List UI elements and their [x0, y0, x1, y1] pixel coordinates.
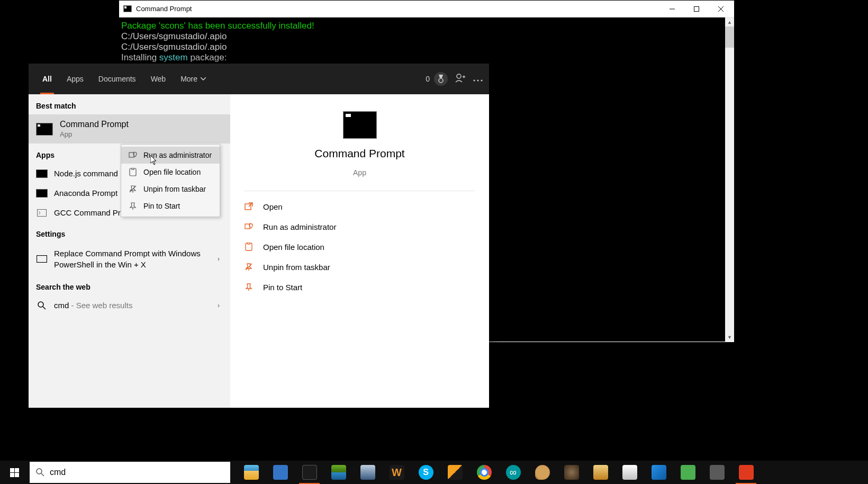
- file-explorer-icon: [244, 465, 259, 480]
- tab-web[interactable]: Web: [143, 64, 174, 94]
- folder-icon: [244, 242, 254, 252]
- close-button[interactable]: [709, 1, 733, 17]
- taskbar-chrome[interactable]: [469, 461, 499, 484]
- svg-rect-13: [245, 204, 251, 210]
- action-open[interactable]: Open: [230, 196, 489, 217]
- svg-point-11: [38, 302, 43, 307]
- action-run-admin[interactable]: Run as administrator: [230, 217, 489, 237]
- cmd-titlebar[interactable]: Command Prompt: [119, 1, 734, 17]
- taskbar-winamp[interactable]: [440, 461, 469, 484]
- svg-rect-17: [248, 243, 250, 244]
- cmd-app-icon: [123, 5, 132, 12]
- search-results-list: Best match Command Prompt App Apps Node.…: [29, 94, 230, 408]
- tab-all[interactable]: All: [35, 64, 59, 94]
- terminal-line: C:/Users/sgmustadio/.apio: [121, 31, 227, 41]
- winamp-icon: [448, 465, 463, 480]
- action-pin-start[interactable]: Pin to Start: [230, 277, 489, 297]
- paint-icon: [535, 465, 550, 480]
- taskbar-gimp[interactable]: [557, 461, 586, 484]
- chrome-icon: [477, 465, 492, 480]
- sublime-icon: [593, 465, 608, 480]
- svg-point-8: [481, 80, 483, 82]
- unpin-icon: [129, 185, 137, 193]
- putty-icon: [360, 465, 375, 480]
- terminal-icon: [36, 255, 48, 263]
- start-button[interactable]: [0, 461, 29, 484]
- svg-point-5: [457, 74, 461, 78]
- ctx-pin-start[interactable]: Pin to Start: [121, 198, 220, 214]
- web-result[interactable]: cmd - See web results ›: [29, 295, 230, 315]
- ctx-run-admin[interactable]: Run as administrator: [121, 147, 220, 164]
- setting-result-replace[interactable]: Replace Command Prompt with Windows Powe…: [29, 243, 230, 275]
- taskbar-skype[interactable]: S: [411, 461, 440, 484]
- scroll-thumb[interactable]: [725, 26, 734, 48]
- more-options-icon[interactable]: [473, 74, 483, 84]
- taskbar-cmd[interactable]: [295, 461, 324, 484]
- tab-apps[interactable]: Apps: [59, 64, 91, 94]
- taskbar-calculator[interactable]: [266, 461, 295, 484]
- search-input[interactable]: [50, 468, 224, 477]
- app-grey-icon: [710, 465, 725, 480]
- taskbar-notepad[interactable]: [615, 461, 644, 484]
- best-match-item[interactable]: Command Prompt App: [29, 114, 230, 144]
- best-match-title: Command Prompt: [60, 120, 129, 129]
- tab-more[interactable]: More: [173, 64, 213, 94]
- ctx-unpin-taskbar[interactable]: Unpin from taskbar: [121, 181, 220, 198]
- pin-icon: [129, 202, 137, 210]
- settings-header: Settings: [29, 222, 230, 243]
- folder-icon: [129, 168, 137, 176]
- best-match-subtitle: App: [60, 130, 129, 138]
- detail-title: Command Prompt: [314, 147, 404, 160]
- taskbar-paint[interactable]: [528, 461, 557, 484]
- svg-line-12: [43, 307, 46, 309]
- open-icon: [244, 202, 254, 211]
- taskbar-putty[interactable]: [353, 461, 382, 484]
- console-icon: [36, 189, 48, 198]
- taskbar-recorder[interactable]: [731, 461, 761, 484]
- tab-documents[interactable]: Documents: [91, 64, 143, 94]
- cmd-app-icon: [36, 123, 53, 136]
- console-icon: [36, 209, 48, 217]
- separator: [244, 191, 475, 191]
- taskbar-search-box[interactable]: [30, 462, 230, 483]
- shield-icon: [129, 151, 137, 159]
- cmd-app-icon-large: [343, 111, 377, 139]
- cmd-window-title: Command Prompt: [136, 5, 660, 13]
- shield-icon: [244, 222, 254, 231]
- taskbar-sublime[interactable]: [586, 461, 615, 484]
- cmd-scrollbar[interactable]: ▲ ▼: [725, 17, 734, 342]
- account-icon[interactable]: [455, 73, 466, 85]
- rewards-badge[interactable]: 0: [426, 72, 448, 86]
- svg-point-23: [37, 469, 42, 474]
- svg-point-6: [474, 80, 475, 82]
- taskbar-winscp[interactable]: [324, 461, 353, 484]
- ctx-open-location[interactable]: Open file location: [121, 164, 220, 181]
- taskbar-camtasia[interactable]: [673, 461, 702, 484]
- svg-rect-21: [132, 168, 134, 169]
- windows-logo-icon: [10, 468, 19, 477]
- svg-point-7: [477, 80, 479, 82]
- medal-icon: [434, 72, 448, 86]
- maximize-button[interactable]: [684, 1, 709, 17]
- minimize-button[interactable]: [660, 1, 684, 17]
- svg-line-24: [41, 473, 44, 476]
- action-open-location[interactable]: Open file location: [230, 237, 489, 257]
- svg-rect-10: [37, 256, 47, 263]
- taskbar-vscode[interactable]: [644, 461, 673, 484]
- context-menu: Run as administrator Open file location …: [121, 144, 220, 217]
- winscp-icon: [331, 465, 346, 480]
- scroll-up-arrow[interactable]: ▲: [725, 17, 734, 26]
- start-search-panel: All Apps Documents Web More 0 Best match…: [29, 64, 489, 408]
- taskbar-file-explorer[interactable]: [237, 461, 266, 484]
- search-icon: [36, 468, 44, 477]
- action-unpin-taskbar[interactable]: Unpin from taskbar: [230, 257, 489, 277]
- scroll-down-arrow[interactable]: ▼: [725, 333, 734, 342]
- taskbar-app-grey[interactable]: [702, 461, 731, 484]
- taskbar-app-w[interactable]: W: [382, 461, 411, 484]
- pin-icon: [244, 282, 254, 292]
- search-detail-pane: Command Prompt App Open Run as administr…: [230, 94, 489, 408]
- arduino-icon: ∞: [506, 465, 521, 480]
- taskbar-arduino[interactable]: ∞: [499, 461, 528, 484]
- terminal-line: package:: [188, 52, 227, 62]
- terminal-keyword: system: [159, 52, 188, 62]
